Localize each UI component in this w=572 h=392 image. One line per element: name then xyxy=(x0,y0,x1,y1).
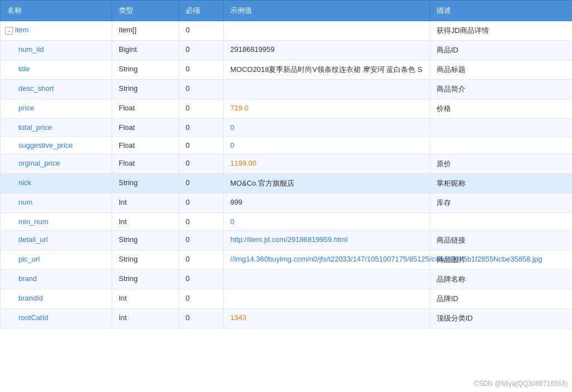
cell-example xyxy=(224,80,430,99)
field-name: min_num xyxy=(18,217,48,226)
cell-example: //img14.360buyimg.com/n0/jfs/t22033/147/… xyxy=(224,250,430,270)
cell-example: 0 xyxy=(224,137,430,154)
cell-desc xyxy=(430,213,573,231)
table-row: brandString0品牌名称 xyxy=(1,270,573,289)
cell-example: 719.0 xyxy=(224,99,430,119)
cell-example: 29186819959 xyxy=(224,41,430,60)
cell-type: Float xyxy=(112,137,179,154)
field-name: rootCatId xyxy=(18,313,48,322)
cell-example: 1343 xyxy=(224,309,430,328)
cell-type: Int xyxy=(112,193,179,213)
cell-required: 0 xyxy=(179,289,224,309)
cell-example xyxy=(224,270,430,289)
header-example: 示例值 xyxy=(224,1,430,21)
table-row: num_iidBigint029186819959商品ID xyxy=(1,41,573,60)
cell-example: MOCO2018夏季新品时尚V领条纹连衣裙 摩安珂 蓝白条色 S xyxy=(224,60,430,80)
field-name: price xyxy=(18,104,34,112)
cell-required: 0 xyxy=(179,270,224,289)
cell-desc: 原价 xyxy=(430,154,573,174)
cell-name: orginal_price xyxy=(1,154,112,174)
cell-name: num xyxy=(1,193,112,213)
cell-required: 0 xyxy=(179,137,224,154)
cell-example xyxy=(224,21,430,41)
cell-type: Int xyxy=(112,289,179,309)
field-name: num_iid xyxy=(18,45,44,54)
table-row: brandIdInt0品牌ID xyxy=(1,289,573,309)
cell-name: -item xyxy=(1,21,112,41)
table-row: suggestive_priceFloat00 xyxy=(1,137,573,154)
cell-name: pic_url xyxy=(1,250,112,270)
cell-type: Float xyxy=(112,119,179,137)
cell-required: 0 xyxy=(179,174,224,193)
api-table: 名称 类型 必须 示例值 描述 -itemitem[]0获得JD商品详情num_… xyxy=(0,0,572,328)
cell-name: nick xyxy=(1,174,112,193)
cell-desc: 商品标题 xyxy=(430,60,573,80)
table-row: min_numInt00 xyxy=(1,213,573,231)
cell-desc: 商品简介 xyxy=(430,80,573,99)
table-row: titleString0MOCO2018夏季新品时尚V领条纹连衣裙 摩安珂 蓝白… xyxy=(1,60,573,80)
field-name: nick xyxy=(18,178,31,187)
table-row: desc_shortString0商品简介 xyxy=(1,80,573,99)
field-name: detail_url xyxy=(18,235,48,244)
cell-desc: 商品链接 xyxy=(430,231,573,250)
cell-name: desc_short xyxy=(1,80,112,99)
field-name: brand xyxy=(18,274,37,283)
cell-desc xyxy=(430,137,573,154)
cell-type: Float xyxy=(112,154,179,174)
table-row: numInt0999库存 xyxy=(1,193,573,213)
expand-icon[interactable]: - xyxy=(5,27,13,35)
cell-required: 0 xyxy=(179,41,224,60)
cell-required: 0 xyxy=(179,250,224,270)
cell-name: detail_url xyxy=(1,231,112,250)
cell-desc: 顶级分类ID xyxy=(430,309,573,328)
cell-type: String xyxy=(112,60,179,80)
field-name: orginal_price xyxy=(18,159,60,167)
field-name: brandId xyxy=(18,294,43,302)
cell-desc: 品牌ID xyxy=(430,289,573,309)
cell-required: 0 xyxy=(179,231,224,250)
cell-name: total_price xyxy=(1,119,112,137)
header-required: 必须 xyxy=(179,1,224,21)
cell-example: MO&Co.官方旗舰店 xyxy=(224,174,430,193)
table-header: 名称 类型 必须 示例值 描述 xyxy=(1,1,573,21)
cell-example: http://item.jd.com/29186819959.html xyxy=(224,231,430,250)
cell-desc: 库存 xyxy=(430,193,573,213)
cell-name: num_iid xyxy=(1,41,112,60)
cell-desc: 商品ID xyxy=(430,41,573,60)
cell-type: String xyxy=(112,231,179,250)
cell-type: item[] xyxy=(112,21,179,41)
cell-required: 0 xyxy=(179,21,224,41)
cell-example: 1199.00 xyxy=(224,154,430,174)
field-name: desc_short xyxy=(18,84,54,93)
table-row: detail_urlString0http://item.jd.com/2918… xyxy=(1,231,573,250)
cell-name: rootCatId xyxy=(1,309,112,328)
cell-required: 0 xyxy=(179,60,224,80)
cell-name: brand xyxy=(1,270,112,289)
table-row: priceFloat0719.0价格 xyxy=(1,99,573,119)
table-row: rootCatIdInt01343顶级分类ID xyxy=(1,309,573,328)
field-name: total_price xyxy=(18,123,52,132)
cell-type: Float xyxy=(112,99,179,119)
cell-type: Int xyxy=(112,309,179,328)
table-row: orginal_priceFloat01199.00原价 xyxy=(1,154,573,174)
cell-type: Bigint xyxy=(112,41,179,60)
table-body: -itemitem[]0获得JD商品详情num_iidBigint0291868… xyxy=(1,21,573,328)
cell-type: Int xyxy=(112,213,179,231)
cell-name: brandId xyxy=(1,289,112,309)
cell-name: suggestive_price xyxy=(1,137,112,154)
cell-name: price xyxy=(1,99,112,119)
field-name: suggestive_price xyxy=(18,141,73,149)
cell-example: 0 xyxy=(224,213,430,231)
cell-desc xyxy=(430,119,573,137)
cell-type: String xyxy=(112,174,179,193)
cell-desc: 获得JD商品详情 xyxy=(430,21,573,41)
cell-desc: 品牌名称 xyxy=(430,270,573,289)
cell-example xyxy=(224,289,430,309)
field-name: title xyxy=(18,65,30,73)
cell-required: 0 xyxy=(179,80,224,99)
table-container: 名称 类型 必须 示例值 描述 -itemitem[]0获得JD商品详情num_… xyxy=(0,0,572,328)
cell-type: String xyxy=(112,80,179,99)
cell-required: 0 xyxy=(179,119,224,137)
cell-required: 0 xyxy=(179,154,224,174)
cell-desc: 价格 xyxy=(430,99,573,119)
